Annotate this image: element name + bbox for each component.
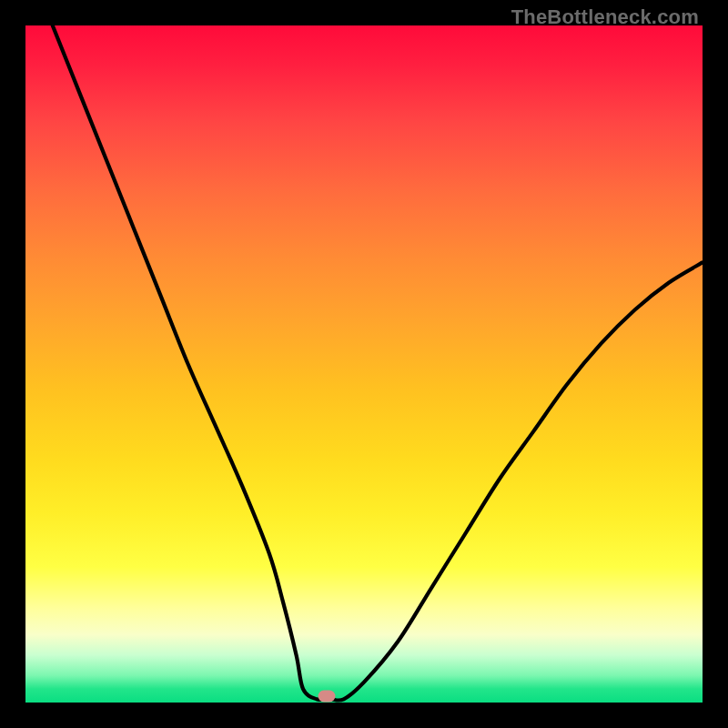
- bottleneck-curve: [53, 25, 703, 701]
- chart-frame: TheBottleneck.com: [0, 0, 728, 728]
- curve-svg: [25, 25, 703, 703]
- optimal-point-marker: [318, 691, 336, 703]
- plot-area: [25, 25, 703, 703]
